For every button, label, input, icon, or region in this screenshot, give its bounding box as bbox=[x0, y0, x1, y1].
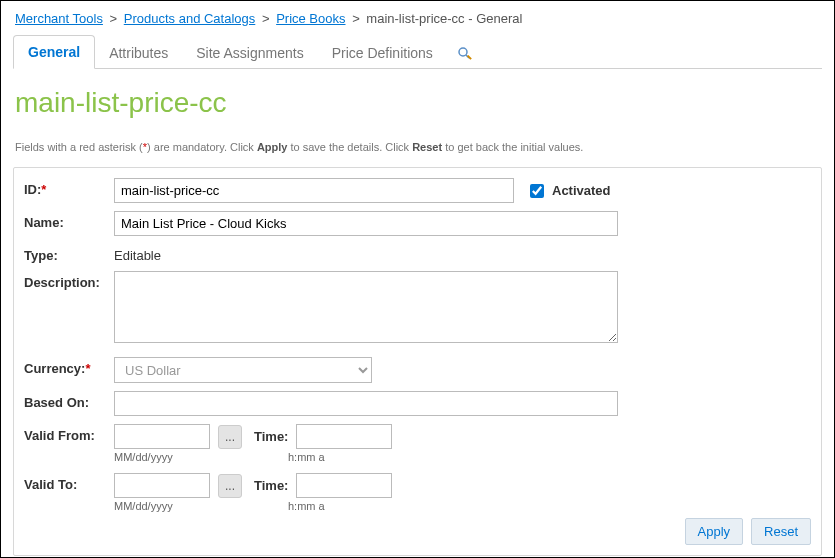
id-input[interactable] bbox=[114, 178, 514, 203]
validto-date-input[interactable] bbox=[114, 473, 210, 498]
validto-time-label: Time: bbox=[254, 478, 288, 493]
svg-point-0 bbox=[459, 48, 467, 56]
currency-label: Currency:* bbox=[24, 357, 114, 376]
tab-price-definitions[interactable]: Price Definitions bbox=[318, 37, 447, 69]
validto-time-hint: h:mm a bbox=[288, 500, 384, 512]
name-label: Name: bbox=[24, 211, 114, 230]
validfrom-date-hint: MM/dd/yyyy bbox=[114, 451, 222, 463]
tab-attributes[interactable]: Attributes bbox=[95, 37, 182, 69]
activated-label: Activated bbox=[552, 183, 611, 198]
validfrom-time-label: Time: bbox=[254, 429, 288, 444]
helper-text: Fields with a red asterisk (*) are manda… bbox=[15, 141, 820, 153]
basedon-label: Based On: bbox=[24, 391, 114, 410]
breadcrumb-products-catalogs[interactable]: Products and Catalogs bbox=[124, 11, 256, 26]
tab-site-assignments[interactable]: Site Assignments bbox=[182, 37, 317, 69]
breadcrumb-price-books[interactable]: Price Books bbox=[276, 11, 345, 26]
validfrom-date-input[interactable] bbox=[114, 424, 210, 449]
breadcrumb-sep: > bbox=[110, 11, 118, 26]
tabs: General Attributes Site Assignments Pric… bbox=[13, 34, 822, 69]
tab-action-icon[interactable] bbox=[447, 40, 483, 68]
validto-label: Valid To: bbox=[24, 473, 114, 492]
magnifier-pencil-icon bbox=[457, 46, 473, 62]
type-label: Type: bbox=[24, 244, 114, 263]
validto-date-picker-button[interactable]: ... bbox=[218, 474, 242, 498]
description-input[interactable] bbox=[114, 271, 618, 343]
breadcrumb: Merchant Tools > Products and Catalogs >… bbox=[13, 7, 822, 34]
tab-general[interactable]: General bbox=[13, 35, 95, 69]
breadcrumb-sep: > bbox=[262, 11, 270, 26]
breadcrumb-current: main-list-price-cc - General bbox=[366, 11, 522, 26]
form-panel: ID:* Activated Name: Type: Editable Desc… bbox=[13, 167, 822, 556]
button-bar: Apply Reset bbox=[24, 518, 811, 545]
breadcrumb-merchant-tools[interactable]: Merchant Tools bbox=[15, 11, 103, 26]
type-value: Editable bbox=[114, 244, 161, 263]
description-label: Description: bbox=[24, 271, 114, 290]
page-title: main-list-price-cc bbox=[15, 87, 820, 119]
reset-button[interactable]: Reset bbox=[751, 518, 811, 545]
apply-button[interactable]: Apply bbox=[685, 518, 744, 545]
validfrom-label: Valid From: bbox=[24, 424, 114, 443]
validfrom-time-hint: h:mm a bbox=[288, 451, 384, 463]
activated-checkbox[interactable] bbox=[530, 184, 544, 198]
name-input[interactable] bbox=[114, 211, 618, 236]
validfrom-time-input[interactable] bbox=[296, 424, 392, 449]
basedon-input[interactable] bbox=[114, 391, 618, 416]
validto-date-hint: MM/dd/yyyy bbox=[114, 500, 222, 512]
validfrom-date-picker-button[interactable]: ... bbox=[218, 425, 242, 449]
id-label: ID:* bbox=[24, 178, 114, 197]
validto-time-input[interactable] bbox=[296, 473, 392, 498]
breadcrumb-sep: > bbox=[352, 11, 360, 26]
currency-select[interactable]: US Dollar bbox=[114, 357, 372, 383]
